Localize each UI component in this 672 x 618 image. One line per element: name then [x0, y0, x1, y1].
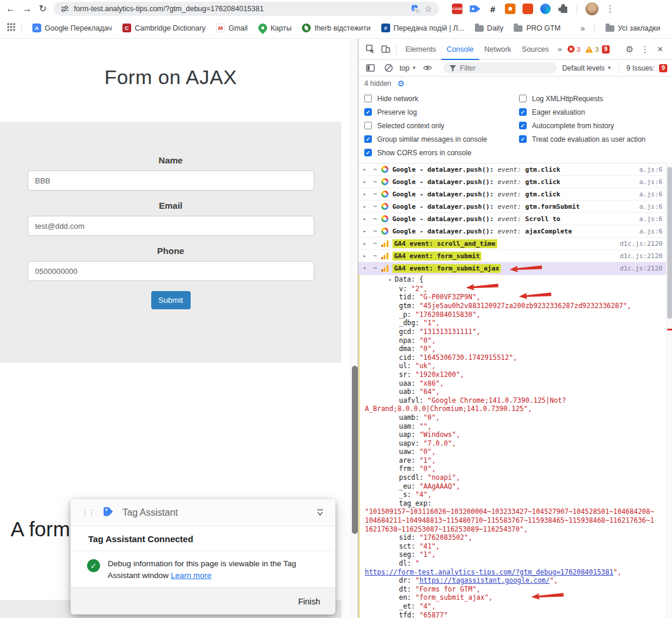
checkbox-icon[interactable]: [364, 95, 372, 102]
console-sidebar-icon[interactable]: [363, 61, 377, 75]
phone-input[interactable]: [28, 261, 314, 281]
page-scrollbar[interactable]: [350, 39, 358, 618]
page-scrollbar-thumb[interactable]: [352, 366, 358, 534]
forward-button[interactable]: →: [22, 4, 32, 14]
bookmark-item[interactable]: Gmail: [211, 21, 252, 35]
settings-checkbox-row[interactable]: Group similar messages in console: [364, 132, 519, 146]
checkbox-icon[interactable]: [364, 135, 372, 143]
apps-grid-icon[interactable]: [7, 23, 15, 33]
collapse-popup-icon[interactable]: [315, 509, 325, 517]
source-location-link[interactable]: d1c.js:2120: [620, 252, 663, 260]
site-settings-icon[interactable]: [61, 5, 69, 13]
bookmark-star-icon[interactable]: ☆: [425, 4, 433, 14]
bookmarks-overflow-chevron[interactable]: »: [577, 24, 588, 33]
source-location-link[interactable]: d1c.js:2120: [620, 240, 663, 248]
inspect-element-icon[interactable]: [363, 42, 377, 56]
console-scrollbar[interactable]: [666, 163, 672, 618]
collapse-triangle-icon[interactable]: ▾: [363, 265, 369, 271]
settings-checkbox-row[interactable]: Log XMLHttpRequests: [519, 92, 672, 105]
expand-triangle-icon[interactable]: ▸: [363, 179, 369, 185]
drag-handle-icon[interactable]: ⋮⋮: [81, 508, 94, 517]
expand-triangle-icon[interactable]: ▸: [363, 240, 369, 246]
tree-link-value[interactable]: https://form-test.analytics-tips.com/?gt…: [365, 568, 613, 576]
finish-button[interactable]: Finish: [298, 597, 320, 606]
console-message-row[interactable]: ▸ ~ Google - dataLayer.push(): event: Sc…: [358, 213, 672, 225]
context-selector[interactable]: top▼: [400, 64, 417, 72]
bookmark-item[interactable]: PRO GTM: [509, 22, 565, 35]
bookmark-item[interactable]: Передача подій | Л...: [377, 21, 469, 35]
source-location-link[interactable]: a.js:6: [639, 215, 663, 223]
name-input[interactable]: [28, 171, 314, 191]
translate-icon[interactable]: AG: [411, 5, 420, 14]
settings-checkbox-row[interactable]: Show CORS errors in console: [364, 146, 519, 159]
back-button[interactable]: ←: [6, 4, 15, 14]
devtools-settings-gear-icon[interactable]: ⚙: [623, 42, 637, 56]
checkbox-icon[interactable]: [519, 135, 527, 143]
bookmark-item[interactable]: Google Перекладач: [28, 21, 117, 35]
console-message-row[interactable]: ▸ ~ Google - dataLayer.push(): event: gt…: [358, 188, 672, 201]
source-location-link[interactable]: a.js:6: [639, 191, 663, 198]
reload-button[interactable]: ↻: [39, 4, 46, 14]
ga4-message-row[interactable]: ▸▾ ~ GA4 event: scroll_and_time d1c.js:2…: [358, 238, 672, 250]
warning-counter[interactable]: 3: [585, 46, 598, 53]
device-toolbar-icon[interactable]: [378, 42, 392, 56]
expand-triangle-icon[interactable]: ▸: [363, 253, 369, 259]
tree-link-value[interactable]: https://tagassistant.google.com/: [420, 576, 550, 584]
devtools-tab[interactable]: Elements: [400, 39, 441, 60]
devtools-tab[interactable]: Network: [479, 39, 517, 60]
extension-icon[interactable]: [558, 4, 568, 14]
issues-count-badge[interactable]: 9: [602, 45, 610, 54]
settings-checkbox-row[interactable]: Preserve log: [364, 105, 519, 119]
source-location-link[interactable]: d1c.js:2120: [620, 265, 663, 272]
browser-menu-icon[interactable]: ⋮: [606, 4, 614, 14]
log-levels-dropdown[interactable]: Default levels▼: [562, 64, 611, 72]
submit-button[interactable]: Submit: [151, 291, 191, 309]
settings-checkbox-row[interactable]: Autocomplete from history: [519, 119, 672, 132]
source-location-link[interactable]: a.js:6: [639, 166, 663, 173]
checkbox-icon[interactable]: [364, 108, 372, 116]
checkbox-icon[interactable]: [519, 122, 527, 129]
tag-assistant-header[interactable]: ⋮⋮ Tag Assistant: [71, 499, 335, 526]
more-tabs-chevron[interactable]: »: [555, 45, 564, 54]
console-message-row[interactable]: ▸ ~ Google - dataLayer.push(): event: aj…: [358, 225, 672, 238]
devtools-tab[interactable]: Sources: [517, 39, 554, 60]
email-input[interactable]: [28, 216, 314, 236]
clear-console-icon[interactable]: [381, 61, 395, 75]
extension-icon[interactable]: [523, 4, 533, 14]
source-location-link[interactable]: a.js:6: [639, 228, 663, 235]
issues-badge[interactable]: 9: [659, 64, 667, 72]
filter-input[interactable]: [460, 64, 537, 72]
filter-settings-gear-icon[interactable]: ⚙: [397, 79, 405, 88]
console-scrollbar-thumb[interactable]: [667, 167, 672, 319]
close-devtools-icon[interactable]: ×: [653, 42, 667, 56]
ga4-message-row[interactable]: ▸▾ ~ GA4 event: form_submit_ajax d1c.js:…: [358, 262, 672, 275]
bookmark-item[interactable]: Карты: [254, 21, 297, 35]
all-bookmarks-button[interactable]: Усі закладки: [601, 22, 665, 35]
learn-more-link[interactable]: Learn more: [171, 571, 211, 580]
expand-triangle-icon[interactable]: ▸: [363, 228, 369, 234]
source-location-link[interactable]: a.js:6: [639, 178, 663, 186]
extension-icon[interactable]: [487, 4, 498, 14]
devtools-menu-icon[interactable]: ⋮: [638, 42, 652, 56]
console-message-row[interactable]: ▸ ~ Google - dataLayer.push(): event: gt…: [358, 163, 672, 176]
bookmark-item[interactable]: Iherb відстежити: [297, 21, 375, 35]
expand-triangle-icon[interactable]: ▸: [363, 216, 369, 222]
checkbox-icon[interactable]: [519, 95, 527, 102]
extension-icon[interactable]: CODE: [452, 4, 463, 14]
checkbox-icon[interactable]: [364, 149, 372, 156]
settings-checkbox-row[interactable]: Eager evaluation: [519, 105, 672, 119]
address-bar[interactable]: form-test.analytics-tips.com/?gtm_debug=…: [54, 2, 439, 16]
expand-triangle-icon[interactable]: ▸: [363, 166, 369, 172]
profile-avatar[interactable]: [585, 2, 598, 15]
extension-icon[interactable]: [470, 4, 480, 14]
extension-icon[interactable]: [540, 4, 551, 14]
console-message-row[interactable]: ▸ ~ Google - dataLayer.push(): event: gt…: [358, 176, 672, 188]
live-expression-eye-icon[interactable]: [421, 61, 435, 75]
url-text[interactable]: form-test.analytics-tips.com/?gtm_debug=…: [74, 5, 406, 13]
console-message-row[interactable]: ▸ ~ Google - dataLayer.push(): event: gt…: [358, 201, 672, 213]
settings-checkbox-row[interactable]: Selected context only: [364, 119, 519, 132]
settings-checkbox-row[interactable]: Treat code evaluation as user action: [519, 132, 672, 146]
expand-triangle-icon[interactable]: ▸: [363, 203, 369, 209]
bookmark-item[interactable]: Cambridge Dictionary: [118, 21, 210, 35]
disclosure-triangle-icon[interactable]: ▾: [388, 277, 395, 283]
